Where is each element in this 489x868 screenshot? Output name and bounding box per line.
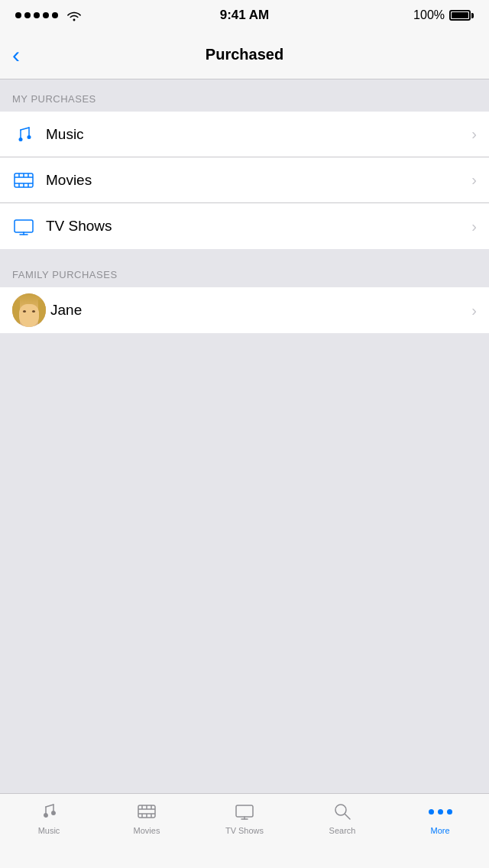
tab-music-icon xyxy=(39,800,59,823)
status-left xyxy=(15,9,82,21)
signal-dot xyxy=(52,12,58,18)
tab-movies-label: Movies xyxy=(134,826,160,835)
navigation-bar: ‹ Purchased xyxy=(0,31,489,79)
tab-search-label: Search xyxy=(329,826,356,835)
music-chevron-icon: › xyxy=(471,125,477,143)
svg-point-28 xyxy=(335,805,346,815)
more-dot-1 xyxy=(429,809,434,815)
back-chevron-icon: ‹ xyxy=(12,44,20,66)
jane-avatar xyxy=(12,293,50,327)
tab-more[interactable]: More xyxy=(391,800,489,835)
jane-row[interactable]: Jane › xyxy=(0,287,489,333)
tab-more-icon xyxy=(429,800,452,823)
tab-movies[interactable]: Movies xyxy=(98,800,196,835)
svg-rect-25 xyxy=(236,805,253,817)
status-time: 9:41 AM xyxy=(220,8,270,23)
section-gap xyxy=(0,249,489,255)
tab-movies-icon xyxy=(137,800,157,823)
signal-dot xyxy=(43,12,49,18)
movies-icon xyxy=(12,169,46,192)
tab-tv-icon xyxy=(235,800,254,823)
signal-dot xyxy=(34,12,40,18)
tvshows-chevron-icon: › xyxy=(471,218,477,235)
more-dot-2 xyxy=(438,809,443,815)
music-icon xyxy=(12,123,46,146)
movies-row[interactable]: Movies › xyxy=(0,157,489,203)
svg-rect-11 xyxy=(15,220,33,232)
tab-search[interactable]: Search xyxy=(293,800,391,835)
more-dot-3 xyxy=(447,809,452,815)
main-content: MY PURCHASES Music › xyxy=(0,79,489,793)
tab-music[interactable]: Music xyxy=(0,800,98,835)
tab-bar: Music Movies TV xyxy=(0,793,489,868)
svg-point-15 xyxy=(52,811,55,815)
signal-dot xyxy=(15,12,21,18)
signal-strength xyxy=(15,12,58,18)
jane-label: Jane xyxy=(50,302,471,319)
battery-percentage: 100% xyxy=(413,8,445,22)
svg-line-29 xyxy=(345,815,351,820)
tvshows-row[interactable]: TV Shows › xyxy=(0,203,489,249)
family-purchases-list: Jane › xyxy=(0,287,489,333)
tv-icon xyxy=(12,215,46,238)
tab-more-label: More xyxy=(430,826,449,835)
my-purchases-list: Music › Movies › xyxy=(0,112,489,249)
battery-icon xyxy=(449,10,474,21)
signal-dot xyxy=(24,12,31,18)
back-button[interactable]: ‹ xyxy=(12,44,20,66)
status-bar: 9:41 AM 100% xyxy=(0,0,489,31)
my-purchases-header-text: MY PURCHASES xyxy=(12,93,96,105)
tab-tvshows[interactable]: TV Shows xyxy=(196,800,293,835)
movies-chevron-icon: › xyxy=(471,171,477,189)
svg-point-1 xyxy=(28,135,31,139)
my-purchases-header: MY PURCHASES xyxy=(0,79,489,112)
tab-music-label: Music xyxy=(38,826,60,835)
svg-point-0 xyxy=(19,138,23,141)
svg-point-14 xyxy=(44,814,47,817)
music-row[interactable]: Music › xyxy=(0,112,489,157)
tvshows-label: TV Shows xyxy=(46,218,471,235)
family-purchases-header-text: FAMILY PURCHASES xyxy=(12,269,118,280)
family-purchases-header: FAMILY PURCHASES xyxy=(0,255,489,287)
page-title: Purchased xyxy=(206,46,283,63)
movies-label: Movies xyxy=(46,172,471,189)
status-right: 100% xyxy=(413,8,474,22)
tab-search-icon xyxy=(332,800,352,823)
jane-chevron-icon: › xyxy=(471,302,477,319)
tab-tvshows-label: TV Shows xyxy=(225,826,264,835)
music-label: Music xyxy=(46,126,471,143)
wifi-icon xyxy=(66,9,82,21)
